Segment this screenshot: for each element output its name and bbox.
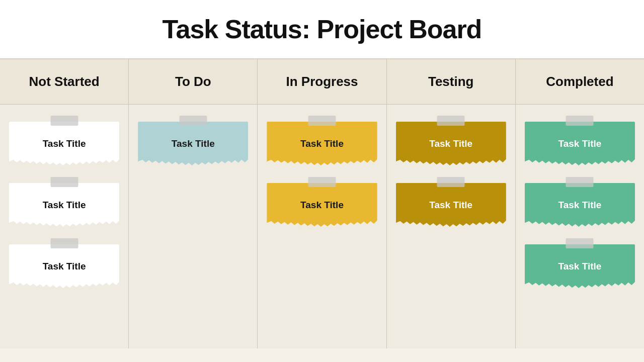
tape-decoration — [437, 116, 465, 126]
task-title: Task Title — [558, 200, 601, 211]
column-header-testing: Testing — [387, 59, 515, 105]
task-card[interactable]: Task Title — [267, 122, 377, 167]
tape-decoration — [566, 238, 594, 248]
column-header-in-progress: In Progress — [258, 59, 386, 105]
column-not-started: Not StartedTask TitleTask TitleTask Titl… — [0, 59, 129, 348]
tape-decoration — [50, 238, 78, 248]
task-card[interactable]: Task Title — [9, 244, 119, 290]
tape-decoration — [437, 177, 465, 187]
task-title: Task Title — [172, 138, 215, 149]
column-completed: CompletedTask TitleTask TitleTask Title — [516, 59, 644, 348]
card-inner: Task Title — [396, 183, 506, 227]
column-body-testing: Task TitleTask Title — [387, 105, 515, 348]
page-header: Task Status: Project Board — [0, 0, 644, 59]
column-testing: TestingTask TitleTask Title — [387, 59, 516, 348]
task-title: Task Title — [558, 138, 601, 149]
column-header-to-do: To Do — [129, 59, 257, 105]
task-title: Task Title — [300, 200, 344, 211]
page-title: Task Status: Project Board — [0, 14, 644, 44]
card-inner: Task Title — [525, 122, 635, 166]
card-inner: Task Title — [396, 122, 506, 166]
task-card[interactable]: Task Title — [525, 183, 635, 228]
tape-decoration — [50, 116, 78, 126]
board: Not StartedTask TitleTask TitleTask Titl… — [0, 59, 644, 348]
card-inner: Task Title — [267, 122, 377, 166]
column-in-progress: In ProgressTask TitleTask Title — [258, 59, 386, 348]
task-title: Task Title — [429, 138, 472, 149]
task-card[interactable]: Task Title — [525, 244, 635, 290]
task-title: Task Title — [43, 261, 86, 272]
card-inner: Task Title — [525, 183, 635, 227]
card-inner: Task Title — [525, 244, 635, 289]
task-card[interactable]: Task Title — [138, 122, 248, 167]
tape-decoration — [179, 116, 207, 126]
tape-decoration — [50, 177, 78, 187]
column-body-to-do: Task Title — [129, 105, 257, 348]
tape-decoration — [566, 177, 594, 187]
column-body-completed: Task TitleTask TitleTask Title — [516, 105, 644, 348]
task-title: Task Title — [43, 200, 86, 211]
tape-decoration — [308, 116, 336, 126]
column-to-do: To DoTask Title — [129, 59, 258, 348]
task-title: Task Title — [558, 261, 601, 272]
task-card[interactable]: Task Title — [9, 122, 119, 167]
tape-decoration — [566, 116, 594, 126]
card-inner: Task Title — [267, 183, 377, 227]
task-card[interactable]: Task Title — [9, 183, 119, 228]
card-inner: Task Title — [9, 122, 119, 166]
task-card[interactable]: Task Title — [267, 183, 377, 228]
task-title: Task Title — [429, 200, 472, 211]
task-title: Task Title — [43, 138, 86, 149]
card-inner: Task Title — [9, 183, 119, 227]
task-card[interactable]: Task Title — [396, 183, 506, 228]
column-body-in-progress: Task TitleTask Title — [258, 105, 386, 348]
card-inner: Task Title — [138, 122, 248, 166]
card-inner: Task Title — [9, 244, 119, 289]
task-card[interactable]: Task Title — [525, 122, 635, 167]
tape-decoration — [308, 177, 336, 187]
task-card[interactable]: Task Title — [396, 122, 506, 167]
column-body-not-started: Task TitleTask TitleTask Title — [0, 105, 128, 348]
task-title: Task Title — [300, 138, 344, 149]
column-header-completed: Completed — [516, 59, 644, 105]
column-header-not-started: Not Started — [0, 59, 128, 105]
